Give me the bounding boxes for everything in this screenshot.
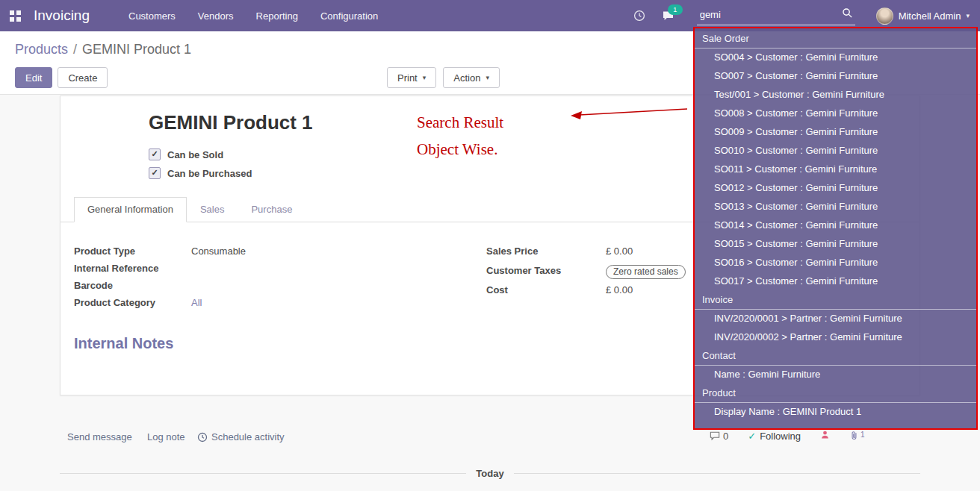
annotation-line-2: Object Wise. <box>417 136 503 163</box>
field-row: Product CategoryAll <box>74 297 395 311</box>
navbar-right: 1 Mitchell Admin ▾ <box>633 7 980 25</box>
tab-sales[interactable]: Sales <box>187 197 238 222</box>
search-result-item[interactable]: SO007 > Customer : Gemini Furniture <box>695 67 976 86</box>
result-group-contact: Contact <box>695 347 976 366</box>
user-menu[interactable]: Mitchell Admin ▾ <box>876 7 970 25</box>
action-dropdown-button[interactable]: Action▾ <box>443 67 500 88</box>
checkbox-can-be-purchased[interactable]: ✓ <box>149 167 161 179</box>
checkbox-label: Can be Sold <box>167 149 223 160</box>
schedule-activity-button[interactable]: Schedule activity <box>197 431 285 442</box>
search-result-item[interactable]: SO013 > Customer : Gemini Furniture <box>695 198 976 216</box>
field-row: Product TypeConsumable <box>74 246 395 260</box>
caret-down-icon: ▾ <box>423 74 427 81</box>
internal-notes-heading: Internal Notes <box>74 335 173 352</box>
breadcrumb-current: GEMINI Product 1 <box>82 42 191 57</box>
following-button[interactable]: ✓ Following <box>748 431 801 442</box>
followers-icon[interactable] <box>820 430 830 442</box>
today-label: Today <box>466 468 513 479</box>
action-buttons: Print▾ Action▾ <box>387 67 500 88</box>
result-group-product: Product <box>695 384 976 403</box>
breadcrumb: Products/GEMINI Product 1 <box>15 42 191 57</box>
tab-purchase[interactable]: Purchase <box>238 197 306 222</box>
field-label-customer-taxes: Customer Taxes <box>486 265 606 276</box>
apps-grid-icon[interactable] <box>10 10 21 22</box>
result-group-invoice: Invoice <box>695 291 976 310</box>
product-flags: ✓Can be Sold✓Can be Purchased <box>149 148 252 179</box>
fields-left: Product TypeConsumableInternal Reference… <box>74 246 395 314</box>
today-divider: Today <box>60 473 920 487</box>
app-name[interactable]: Invoicing <box>34 7 90 24</box>
search-input[interactable] <box>697 7 855 25</box>
search-result-item[interactable]: Name : Gemini Furniture <box>695 366 976 384</box>
navbar-menu-customers[interactable]: Customers <box>128 10 176 22</box>
checkbox-row: ✓Can be Purchased <box>149 167 252 179</box>
checkbox-can-be-sold[interactable]: ✓ <box>149 148 161 160</box>
field-value-product-type: Consumable <box>191 246 246 257</box>
field-row: Internal Reference <box>74 263 395 277</box>
field-label-product-category: Product Category <box>74 297 191 308</box>
field-label-sales-price: Sales Price <box>486 246 606 257</box>
speech-bubble-icon <box>710 431 720 441</box>
user-name: Mitchell Admin <box>899 10 961 22</box>
search-result-item[interactable]: SO015 > Customer : Gemini Furniture <box>695 235 976 254</box>
field-row: Barcode <box>74 280 395 294</box>
user-avatar <box>876 7 893 25</box>
field-value-product-category[interactable]: All <box>191 297 202 308</box>
search-result-item[interactable]: SO011 > Customer : Gemini Furniture <box>695 160 976 179</box>
global-search <box>697 7 855 25</box>
field-label-product-type: Product Type <box>74 246 191 257</box>
caret-down-icon: ▾ <box>486 74 489 81</box>
caret-down-icon: ▾ <box>966 12 970 19</box>
messages-icon[interactable]: 1 <box>662 10 674 22</box>
message-counter[interactable]: 0 <box>710 431 728 442</box>
product-title: GEMINI Product 1 <box>149 111 313 134</box>
search-result-item[interactable]: INV/2020/0001 > Partner : Gemini Furnitu… <box>695 310 976 328</box>
search-icon[interactable] <box>842 7 853 22</box>
search-result-item[interactable]: SO008 > Customer : Gemini Furniture <box>695 104 976 123</box>
field-label-internal-reference: Internal Reference <box>74 263 191 274</box>
edit-button[interactable]: Edit <box>15 67 52 88</box>
checkbox-row: ✓Can be Sold <box>149 148 252 160</box>
search-result-item[interactable]: SO014 > Customer : Gemini Furniture <box>695 216 976 235</box>
check-icon: ✓ <box>748 431 756 442</box>
search-result-item[interactable]: INV/2020/0002 > Partner : Gemini Furnitu… <box>695 328 976 347</box>
search-result-item[interactable]: Display Name : GEMINI Product 1 <box>695 403 976 422</box>
search-result-item[interactable]: SO009 > Customer : Gemini Furniture <box>695 123 976 142</box>
annotation-text: Search Result Object Wise. <box>417 109 503 163</box>
annotation-line-1: Search Result <box>417 109 503 136</box>
field-value-cost: £ 0.00 <box>606 284 633 295</box>
navbar-menu-vendors[interactable]: Vendors <box>198 10 234 22</box>
clock-icon <box>197 432 208 442</box>
breadcrumb-separator: / <box>73 42 77 57</box>
screen: Invoicing CustomersVendorsReportingConfi… <box>0 0 980 491</box>
annotation-arrow <box>569 106 692 122</box>
result-group-sale-order: Sale Order <box>695 30 976 49</box>
navbar-menus: CustomersVendorsReportingConfiguration <box>128 10 378 22</box>
search-result-item[interactable]: SO017 > Customer : Gemini Furniture <box>695 272 976 291</box>
field-label-barcode: Barcode <box>74 280 191 291</box>
navbar-menu-configuration[interactable]: Configuration <box>320 10 378 22</box>
search-result-item[interactable]: SO016 > Customer : Gemini Furniture <box>695 254 976 272</box>
create-button[interactable]: Create <box>58 67 108 88</box>
search-result-item[interactable]: SO004 > Customer : Gemini Furniture <box>695 49 976 67</box>
field-label-cost: Cost <box>486 284 606 295</box>
search-results-dropdown: Sale OrderSO004 > Customer : Gemini Furn… <box>693 27 978 430</box>
notebook-tabs: General InformationSalesPurchase <box>74 197 306 222</box>
search-result-item[interactable]: Test/001 > Customer : Gemini Furniture <box>695 86 976 104</box>
send-message-button[interactable]: Send message <box>67 431 132 442</box>
tab-general-information[interactable]: General Information <box>74 197 187 222</box>
field-value-customer-taxes[interactable]: Zero rated sales <box>606 265 686 279</box>
search-result-item[interactable]: SO010 > Customer : Gemini Furniture <box>695 142 976 160</box>
activities-clock-icon[interactable] <box>633 10 645 22</box>
navbar-menu-reporting[interactable]: Reporting <box>256 10 298 22</box>
breadcrumb-products-link[interactable]: Products <box>15 42 68 57</box>
chatter-toolbar: 0 ✓ Following 1 <box>710 430 865 442</box>
messages-badge: 1 <box>668 4 683 15</box>
checkbox-label: Can be Purchased <box>167 168 252 179</box>
print-dropdown-button[interactable]: Print▾ <box>387 67 436 88</box>
search-result-item[interactable]: SO012 > Customer : Gemini Furniture <box>695 179 976 198</box>
field-value-sales-price: £ 0.00 <box>606 246 633 257</box>
attachment-counter[interactable]: 1 <box>849 431 865 441</box>
record-buttons: Edit Create <box>15 67 108 88</box>
log-note-button[interactable]: Log note <box>147 431 185 442</box>
